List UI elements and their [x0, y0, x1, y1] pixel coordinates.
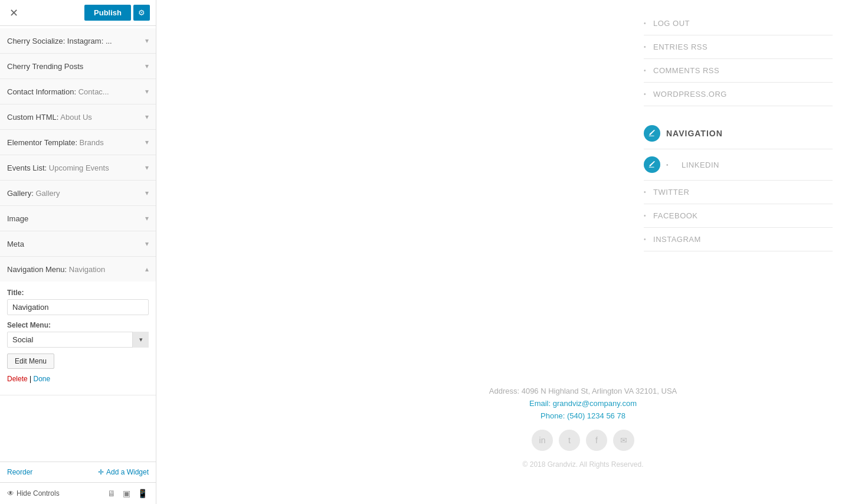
settings-button[interactable]: ⚙ — [133, 5, 150, 21]
pencil-icon — [648, 129, 656, 138]
header-right: Publish ⚙ — [84, 5, 150, 21]
chevron-down-icon: ▾ — [145, 138, 149, 146]
widget-cherry-socialize: Cherry Socialize: Instagram: ... ▾ — [0, 28, 156, 54]
preview-nav-entries: • ENTRIES RSS — [644, 35, 833, 59]
plus-icon: ✛ — [98, 468, 104, 476]
preview-nav-wordpress: • WORDPRESS.ORG — [644, 83, 833, 106]
widget-meta-header[interactable]: Meta ▾ — [0, 231, 156, 256]
bullet-icon: • — [644, 44, 646, 50]
publish-button[interactable]: Publish — [84, 5, 131, 21]
widget-contact-info-header[interactable]: Contact Information: Contac... ▾ — [0, 79, 156, 104]
reorder-button[interactable]: Reorder — [7, 468, 32, 476]
chevron-down-icon: ▾ — [145, 189, 149, 197]
bullet-icon: • — [644, 20, 646, 27]
nav-wordpress-label: WORDPRESS.ORG — [653, 90, 727, 99]
widget-elementor-template: Elementor Template: Brands ▾ — [0, 130, 156, 155]
edit-navigation-icon[interactable] — [644, 125, 660, 142]
preview-nav-comments: • COMMENTS RSS — [644, 59, 833, 83]
hide-controls-label: Hide Controls — [17, 489, 60, 498]
chevron-down-icon: ▾ — [145, 62, 149, 70]
preview-nav-twitter: • TWITTER — [644, 181, 833, 204]
preview-nav-linkedin: • LINKEDIN — [644, 149, 833, 181]
add-widget-button[interactable]: ✛ Add a Widget — [98, 468, 149, 476]
email-value: grandviz@company.com — [553, 399, 637, 408]
edit-linkedin-icon[interactable] — [644, 156, 660, 173]
panel-footer: Reorder ✛ Add a Widget — [0, 462, 156, 482]
twitter-social-icon: t — [559, 430, 580, 451]
preview-nav-instagram: • INSTAGRAM — [644, 228, 833, 251]
delete-done-row: Delete | Done — [7, 375, 149, 383]
widget-cherry-trending: Cherry Trending Posts ▾ — [0, 54, 156, 79]
nav-logout-label: LOG OUT — [653, 19, 690, 28]
mobile-view-button[interactable]: 📱 — [136, 487, 149, 499]
footer-copyright: © 2018 Grandviz. All Rights Reserved. — [333, 460, 833, 469]
widget-list: Cherry Socialize: Instagram: ... ▾ Cherr… — [0, 26, 156, 462]
widget-gallery-header[interactable]: Gallery: Gallery ▾ — [0, 181, 156, 205]
phone-label: Phone: — [541, 411, 565, 420]
chevron-down-icon: ▾ — [145, 214, 149, 222]
widget-custom-html-header[interactable]: Custom HTML: About Us ▾ — [0, 104, 156, 129]
nav-facebook-label: FACEBOOK — [653, 211, 698, 220]
chevron-up-icon: ▴ — [145, 265, 149, 273]
widget-image-header[interactable]: Image ▾ — [0, 206, 156, 231]
add-widget-label: Add a Widget — [106, 468, 149, 476]
nav-instagram-label: INSTAGRAM — [653, 235, 701, 244]
select-menu-dropdown[interactable]: Social Main Menu Footer Menu — [7, 332, 149, 348]
linkedin-social-icon: in — [532, 430, 553, 451]
hide-controls[interactable]: 👁 Hide Controls — [7, 489, 60, 498]
widget-events-list-header[interactable]: Events List: Upcoming Events ▾ — [0, 155, 156, 180]
preview-nav-facebook: • FACEBOOK — [644, 204, 833, 228]
widget-events-list: Events List: Upcoming Events ▾ — [0, 155, 156, 181]
bullet-icon: • — [644, 236, 646, 243]
widget-meta: Meta ▾ — [0, 231, 156, 257]
footer-address: Address: 4096 N Highland St, Arlington V… — [333, 387, 833, 395]
chevron-down-icon: ▾ — [145, 163, 149, 172]
nav-entries-label: ENTRIES RSS — [653, 42, 707, 51]
widget-navigation-menu: Navigation Menu: Navigation ▴ Title: Sel… — [0, 257, 156, 395]
tablet-view-button[interactable]: ▣ — [122, 487, 132, 499]
widget-navigation-menu-body: Title: Select Menu: Social Main Menu Foo… — [0, 282, 156, 395]
edit-menu-button[interactable]: Edit Menu — [7, 354, 54, 369]
phone-value: (540) 1234 56 78 — [567, 411, 625, 420]
title-label: Title: — [7, 289, 149, 297]
widget-contact-info: Contact Information: Contac... ▾ — [0, 79, 156, 104]
view-icons-group: 🖥 ▣ 📱 — [106, 487, 149, 499]
widget-navigation-menu-header[interactable]: Navigation Menu: Navigation ▴ — [0, 257, 156, 282]
footer-email: Email: grandviz@company.com — [333, 399, 833, 408]
widget-cherry-trending-title: Cherry Trending Posts — [7, 62, 83, 71]
nav-comments-label: COMMENTS RSS — [653, 66, 719, 75]
widget-cherry-socialize-header[interactable]: Cherry Socialize: Instagram: ... ▾ — [0, 28, 156, 53]
bullet-icon: • — [644, 67, 646, 74]
facebook-social-icon: f — [586, 430, 607, 451]
widget-elementor-template-header[interactable]: Elementor Template: Brands ▾ — [0, 130, 156, 155]
close-button[interactable]: ✕ — [6, 5, 22, 21]
preview-nav-section-title: NAVIGATION — [644, 118, 833, 149]
chevron-down-icon: ▾ — [145, 113, 149, 121]
widget-image-title: Image — [7, 214, 28, 223]
eye-icon: 👁 — [7, 489, 14, 498]
widget-meta-title: Meta — [7, 240, 24, 248]
footer-social-icons: in t f ✉ — [333, 430, 833, 451]
panel-header: ✕ Publish ⚙ — [0, 0, 156, 26]
main-content: • LOG OUT • ENTRIES RSS • COMMENTS RSS •… — [156, 0, 868, 504]
select-menu-label: Select Menu: — [7, 321, 149, 329]
bullet-icon: • — [644, 212, 646, 219]
preview-navigation-title-text: NAVIGATION — [666, 129, 723, 138]
chevron-down-icon: ▾ — [145, 37, 149, 45]
preview-nav-section: • LOG OUT • ENTRIES RSS • COMMENTS RSS •… — [644, 0, 833, 251]
widget-events-list-title: Events List: Upcoming Events — [7, 163, 109, 172]
widget-cherry-trending-header[interactable]: Cherry Trending Posts ▾ — [0, 54, 156, 78]
footer-preview: Address: 4096 N Highland St, Arlington V… — [333, 387, 833, 469]
footer-phone: Phone: (540) 1234 56 78 — [333, 411, 833, 420]
preview-nav-logout: • LOG OUT — [644, 12, 833, 35]
title-input[interactable] — [7, 299, 149, 315]
widget-image: Image ▾ — [0, 206, 156, 231]
nav-linkedin-label: LINKEDIN — [682, 161, 719, 169]
widget-navigation-menu-title: Navigation Menu: Navigation — [7, 265, 105, 274]
left-panel: ✕ Publish ⚙ Cherry Socialize: Instagram:… — [0, 0, 156, 504]
desktop-view-button[interactable]: 🖥 — [106, 487, 117, 499]
bottom-bar: 👁 Hide Controls 🖥 ▣ 📱 — [0, 482, 156, 504]
email-label: Email: — [529, 399, 551, 408]
done-link[interactable]: Done — [33, 375, 50, 383]
delete-link[interactable]: Delete — [7, 375, 28, 383]
